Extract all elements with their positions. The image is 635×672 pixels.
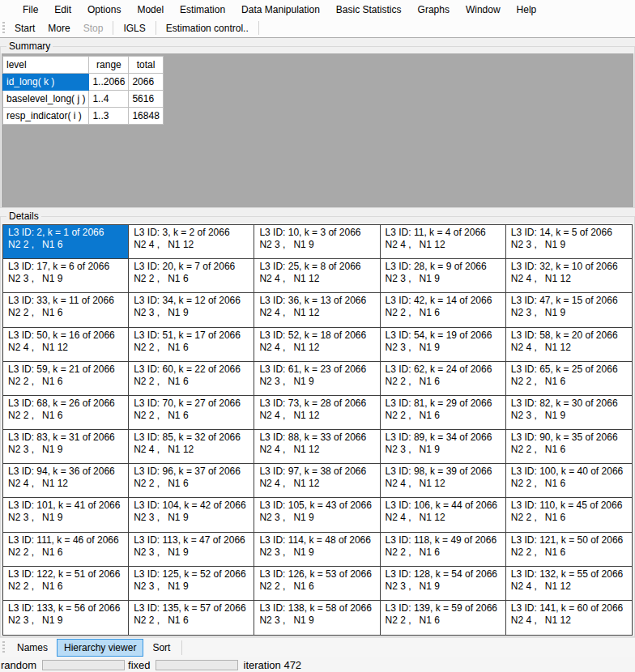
hierarchy-cell-k31[interactable]: L3 ID: 83, k = 31 of 2066N2 3 , N1 9 — [3, 430, 129, 464]
hierarchy-cell-k14[interactable]: L3 ID: 42, k = 14 of 2066N2 2 , N1 6 — [381, 293, 506, 327]
hierarchy-cell-k8[interactable]: L3 ID: 25, k = 8 of 2066N2 4 , N1 12 — [254, 259, 380, 293]
hierarchy-cell-k4[interactable]: L3 ID: 11, k = 4 of 2066N2 4 , N1 12 — [381, 225, 506, 259]
tabbar-gripper-handle[interactable] — [2, 641, 5, 654]
toolbar-separator — [156, 21, 156, 35]
fixed-progress-label: fixed — [128, 659, 150, 671]
hierarchy-cell-k1[interactable]: L3 ID: 2, k = 1 of 2066N2 2 , N1 6 — [3, 225, 129, 259]
cell-id-line: L3 ID: 98, k = 39 of 2066 — [386, 466, 504, 478]
cell-id-line: L3 ID: 114, k = 48 of 2066 — [259, 534, 377, 547]
hierarchy-cell-k60[interactable]: L3 ID: 141, k = 60 of 2066N2 4 , N1 12 — [506, 601, 632, 635]
hierarchy-cell-k51[interactable]: L3 ID: 122, k = 51 of 2066N2 2 , N1 6 — [3, 567, 129, 601]
toolbar-button-igls[interactable]: IGLS — [117, 19, 151, 37]
toolbar-button-more[interactable]: More — [41, 19, 76, 37]
summary-row-resp-indicator-i[interactable]: resp_indicator( i )1..316848 — [3, 108, 164, 125]
hierarchy-cell-k59[interactable]: L3 ID: 139, k = 59 of 2066N2 2 , N1 6 — [381, 601, 506, 635]
menu-item-help[interactable]: Help — [509, 1, 545, 19]
hierarchy-cell-k2[interactable]: L3 ID: 3, k = 2 of 2066N2 4 , N1 12 — [129, 225, 254, 259]
hierarchy-cell-k13[interactable]: L3 ID: 36, k = 13 of 2066N2 4 , N1 12 — [254, 293, 380, 327]
menu-item-file[interactable]: File — [15, 1, 46, 19]
hierarchy-cell-k55[interactable]: L3 ID: 132, k = 55 of 2066N2 4 , N1 12 — [506, 567, 632, 601]
hierarchy-cell-k30[interactable]: L3 ID: 82, k = 30 of 2066N2 3 , N1 9 — [506, 396, 632, 430]
hierarchy-cell-k33[interactable]: L3 ID: 88, k = 33 of 2066N2 4 , N1 12 — [254, 430, 380, 464]
cell-counts-line: N2 3 , N1 9 — [259, 512, 377, 524]
hierarchy-cell-k27[interactable]: L3 ID: 70, k = 27 of 2066N2 2 , N1 6 — [129, 396, 254, 430]
cell-counts-line: N2 2 , N1 6 — [134, 273, 252, 285]
menu-item-basic-statistics[interactable]: Basic Statistics — [328, 1, 410, 19]
hierarchy-cell-k39[interactable]: L3 ID: 98, k = 39 of 2066N2 4 , N1 12 — [381, 464, 506, 498]
hierarchy-cell-k45[interactable]: L3 ID: 110, k = 45 of 2066N2 2 , N1 6 — [506, 498, 632, 532]
hierarchy-cell-k23[interactable]: L3 ID: 61, k = 23 of 2066N2 3 , N1 9 — [254, 362, 380, 396]
hierarchy-cell-k49[interactable]: L3 ID: 118, k = 49 of 2066N2 2 , N1 6 — [381, 533, 506, 567]
hierarchy-cell-k11[interactable]: L3 ID: 33, k = 11 of 2066N2 2 , N1 6 — [3, 293, 129, 327]
hierarchy-cell-k58[interactable]: L3 ID: 138, k = 58 of 2066N2 3 , N1 9 — [254, 601, 380, 635]
cell-id-line: L3 ID: 59, k = 21 of 2066 — [8, 364, 126, 376]
menu-item-data-manipulation[interactable]: Data Manipulation — [233, 1, 328, 19]
hierarchy-cell-k10[interactable]: L3 ID: 32, k = 10 of 2066N2 4 , N1 12 — [506, 259, 632, 293]
toolbar-button-start[interactable]: Start — [8, 19, 41, 37]
menu-item-model[interactable]: Model — [129, 1, 172, 19]
hierarchy-cell-k46[interactable]: L3 ID: 111, k = 46 of 2066N2 2 , N1 6 — [3, 533, 129, 567]
hierarchy-cell-k3[interactable]: L3 ID: 10, k = 3 of 2066N2 3 , N1 9 — [254, 225, 380, 259]
hierarchy-cell-k9[interactable]: L3 ID: 28, k = 9 of 2066N2 3 , N1 9 — [381, 259, 506, 293]
hierarchy-cell-k19[interactable]: L3 ID: 54, k = 19 of 2066N2 3 , N1 9 — [381, 328, 506, 362]
hierarchy-cell-k32[interactable]: L3 ID: 85, k = 32 of 2066N2 4 , N1 12 — [129, 430, 254, 464]
hierarchy-cell-k17[interactable]: L3 ID: 51, k = 17 of 2066N2 2 , N1 6 — [129, 328, 254, 362]
cell-id-line: L3 ID: 32, k = 10 of 2066 — [511, 261, 630, 273]
summary-row-baselevel-long-j[interactable]: baselevel_long( j )1..45616 — [3, 91, 164, 108]
menu-item-estimation[interactable]: Estimation — [172, 1, 233, 19]
tab-sort[interactable]: Sort — [145, 639, 177, 657]
tab-names[interactable]: Names — [10, 639, 55, 657]
hierarchy-cell-k16[interactable]: L3 ID: 50, k = 16 of 2066N2 4 , N1 12 — [3, 328, 129, 362]
hierarchy-cell-k15[interactable]: L3 ID: 47, k = 15 of 2066N2 3 , N1 9 — [506, 293, 632, 327]
hierarchy-cell-k53[interactable]: L3 ID: 126, k = 53 of 2066N2 2 , N1 6 — [254, 567, 380, 601]
cell-counts-line: N2 2 , N1 6 — [511, 547, 630, 559]
tab-hierarchy-viewer[interactable]: Hierarchy viewer — [57, 639, 143, 657]
hierarchy-cell-k12[interactable]: L3 ID: 34, k = 12 of 2066N2 3 , N1 9 — [129, 293, 254, 327]
menu-item-graphs[interactable]: Graphs — [410, 1, 458, 19]
hierarchy-cell-k6[interactable]: L3 ID: 17, k = 6 of 2066N2 3 , N1 9 — [3, 259, 129, 293]
summary-cell-total: 5616 — [129, 91, 163, 108]
random-progress-bar — [42, 660, 125, 670]
menu-item-window[interactable]: Window — [458, 1, 509, 19]
hierarchy-cell-k47[interactable]: L3 ID: 113, k = 47 of 2066N2 3 , N1 9 — [129, 533, 254, 567]
cell-counts-line: N2 2 , N1 6 — [134, 342, 252, 354]
hierarchy-cell-k57[interactable]: L3 ID: 135, k = 57 of 2066N2 2 , N1 6 — [129, 601, 254, 635]
hierarchy-cell-k21[interactable]: L3 ID: 59, k = 21 of 2066N2 2 , N1 6 — [3, 362, 129, 396]
hierarchy-cell-k24[interactable]: L3 ID: 62, k = 24 of 2066N2 2 , N1 6 — [381, 362, 506, 396]
menu-item-options[interactable]: Options — [79, 1, 129, 19]
hierarchy-cell-k35[interactable]: L3 ID: 90, k = 35 of 2066N2 2 , N1 6 — [506, 430, 632, 464]
cell-id-line: L3 ID: 28, k = 9 of 2066 — [386, 261, 504, 273]
hierarchy-cell-k29[interactable]: L3 ID: 81, k = 29 of 2066N2 2 , N1 6 — [381, 396, 506, 430]
hierarchy-cell-k43[interactable]: L3 ID: 105, k = 43 of 2066N2 3 , N1 9 — [254, 498, 380, 532]
hierarchy-cell-k40[interactable]: L3 ID: 100, k = 40 of 2066N2 2 , N1 6 — [506, 464, 632, 498]
menu-item-edit[interactable]: Edit — [46, 1, 79, 19]
hierarchy-cell-k38[interactable]: L3 ID: 97, k = 38 of 2066N2 4 , N1 12 — [254, 464, 380, 498]
hierarchy-cell-k37[interactable]: L3 ID: 96, k = 37 of 2066N2 2 , N1 6 — [129, 464, 254, 498]
hierarchy-cell-k42[interactable]: L3 ID: 104, k = 42 of 2066N2 3 , N1 9 — [129, 498, 254, 532]
hierarchy-cell-k34[interactable]: L3 ID: 89, k = 34 of 2066N2 3 , N1 9 — [381, 430, 506, 464]
hierarchy-cell-k52[interactable]: L3 ID: 125, k = 52 of 2066N2 3 , N1 9 — [129, 567, 254, 601]
cell-counts-line: N2 3 , N1 9 — [8, 444, 126, 456]
cell-counts-line: N2 2 , N1 6 — [8, 376, 126, 388]
hierarchy-cell-k50[interactable]: L3 ID: 121, k = 50 of 2066N2 2 , N1 6 — [506, 533, 632, 567]
hierarchy-cell-k7[interactable]: L3 ID: 20, k = 7 of 2066N2 2 , N1 6 — [129, 259, 254, 293]
hierarchy-cell-k28[interactable]: L3 ID: 73, k = 28 of 2066N2 4 , N1 12 — [254, 396, 380, 430]
cell-id-line: L3 ID: 118, k = 49 of 2066 — [386, 534, 504, 547]
summary-column-header-range: range — [89, 57, 129, 74]
hierarchy-cell-k44[interactable]: L3 ID: 106, k = 44 of 2066N2 4 , N1 12 — [381, 498, 506, 532]
hierarchy-cell-k26[interactable]: L3 ID: 68, k = 26 of 2066N2 2 , N1 6 — [3, 396, 129, 430]
hierarchy-cell-k41[interactable]: L3 ID: 101, k = 41 of 2066N2 3 , N1 9 — [3, 498, 129, 532]
summary-row-id-long-k[interactable]: id_long( k )1..20662066 — [3, 74, 164, 91]
toolbar-button-estimation-control[interactable]: Estimation control.. — [160, 19, 255, 37]
toolbar-gripper-handle[interactable] — [2, 22, 5, 35]
summary-cell-range: 1..2066 — [89, 74, 129, 91]
hierarchy-cell-k22[interactable]: L3 ID: 60, k = 22 of 2066N2 2 , N1 6 — [129, 362, 254, 396]
hierarchy-cell-k36[interactable]: L3 ID: 94, k = 36 of 2066N2 4 , N1 12 — [3, 464, 129, 498]
hierarchy-cell-k5[interactable]: L3 ID: 14, k = 5 of 2066N2 3 , N1 9 — [506, 225, 632, 259]
hierarchy-cell-k48[interactable]: L3 ID: 114, k = 48 of 2066N2 3 , N1 9 — [254, 533, 380, 567]
hierarchy-cell-k25[interactable]: L3 ID: 65, k = 25 of 2066N2 2 , N1 6 — [506, 362, 632, 396]
hierarchy-cell-k20[interactable]: L3 ID: 58, k = 20 of 2066N2 4 , N1 12 — [506, 328, 632, 362]
hierarchy-cell-k18[interactable]: L3 ID: 52, k = 18 of 2066N2 4 , N1 12 — [254, 328, 380, 362]
hierarchy-cell-k56[interactable]: L3 ID: 133, k = 56 of 2066N2 3 , N1 9 — [3, 601, 129, 635]
hierarchy-cell-k54[interactable]: L3 ID: 128, k = 54 of 2066N2 3 , N1 9 — [381, 567, 506, 601]
